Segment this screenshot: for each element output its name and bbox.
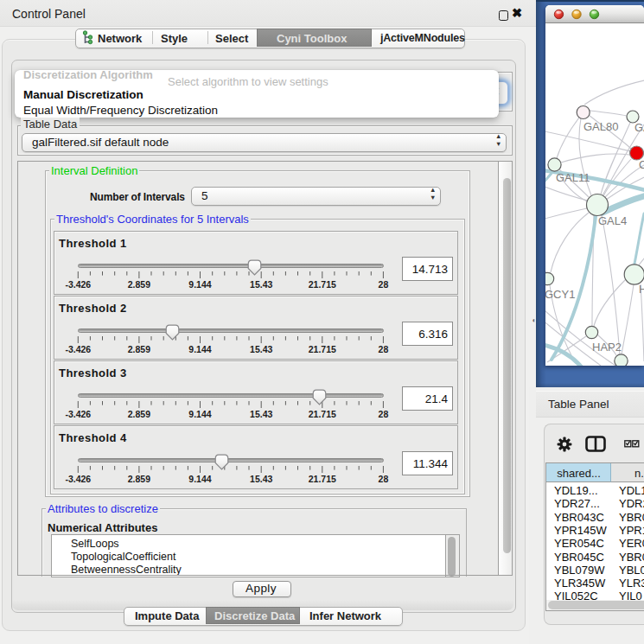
svg-text:CY: CY (639, 158, 644, 171)
svg-text:GA: GA (634, 121, 644, 134)
svg-text:GAL11: GAL11 (556, 171, 590, 184)
svg-text:HI: HI (639, 283, 644, 296)
svg-text:GAL80: GAL80 (583, 120, 618, 133)
svg-text:HAP2: HAP2 (592, 341, 622, 354)
svg-text:GCY1: GCY1 (545, 288, 575, 301)
svg-text:GAL4: GAL4 (598, 214, 627, 227)
